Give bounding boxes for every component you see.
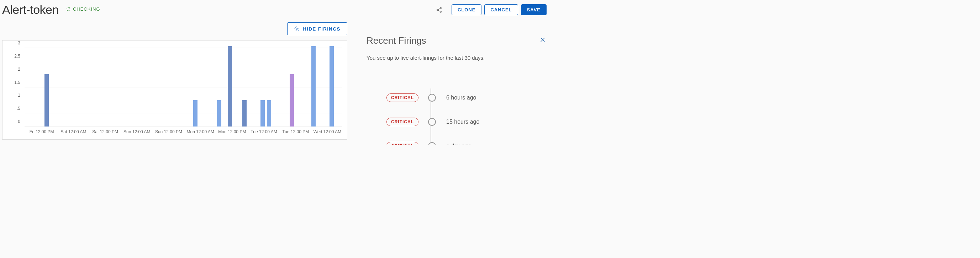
y-tick-label: 1.5 [14,80,20,85]
svg-point-2 [440,11,442,13]
chart-bar [290,74,294,127]
chart-bar [267,100,271,127]
refresh-icon [66,7,71,12]
chart-bar [261,100,265,127]
svg-line-4 [438,10,440,11]
clone-button[interactable]: CLONE [452,4,482,15]
timeline-node-icon [428,142,436,145]
x-tick-label: Mon 12:00 PM [218,129,246,135]
cancel-button[interactable]: CANCEL [484,4,518,15]
chart-bar [242,100,247,127]
x-tick-label: Tue 12:00 AM [250,129,277,135]
firing-time: a day ago [446,143,471,145]
y-tick-label: 3 [18,41,20,46]
panel-description: You see up to five alert-firings for the… [366,55,549,61]
timeline-node-icon [428,118,436,126]
save-button[interactable]: SAVE [521,4,547,15]
y-tick-label: 1 [18,93,20,98]
status-text: CHECKING [73,6,100,12]
close-icon[interactable] [539,36,546,43]
x-tick-label: Fri 12:00 PM [30,129,54,135]
severity-badge: CRITICAL [387,93,418,102]
svg-point-5 [296,28,297,30]
x-tick-label: Sat 12:00 PM [92,129,118,135]
page-title: Alert-token [2,3,59,17]
y-tick-label: 2.5 [14,54,20,59]
x-tick-label: Mon 12:00 AM [186,129,214,135]
chart-bar [217,100,221,127]
chart-bar [228,46,232,127]
chart-bar [311,46,316,127]
grid-line [25,113,342,113]
severity-badge: CRITICAL [387,142,418,145]
y-tick-label: 2 [18,67,20,72]
svg-line-3 [438,8,440,9]
grid-line [25,87,342,87]
firing-time: 6 hours ago [446,95,476,101]
firing-row: CRITICAL a day ago [387,134,549,145]
chart-bar [45,74,49,127]
x-tick-label: Sun 12:00 AM [124,129,150,135]
svg-point-1 [437,9,438,11]
panel-title: Recent Firings [366,35,549,46]
status-badge: CHECKING [66,6,100,12]
timeline-node-icon [428,94,436,101]
chart-bar [193,100,197,127]
share-icon[interactable] [436,7,442,13]
gear-icon [294,26,300,32]
grid-line [25,126,342,127]
firing-row: CRITICAL 15 hours ago [387,110,549,134]
x-tick-label: Tue 12:00 PM [282,129,309,135]
firing-time: 15 hours ago [446,119,479,125]
x-tick-label: Sat 12:00 AM [60,129,86,135]
recent-firings-panel: Recent Firings You see up to five alert-… [347,22,549,145]
y-tick-label: 0 [18,119,20,124]
grid-line [25,61,342,61]
svg-point-0 [440,7,442,8]
severity-badge: CRITICAL [387,118,418,126]
hide-firings-label: HIDE FIRINGS [303,26,340,32]
grid-line [25,47,342,48]
firings-chart: 0.511.522.53 Fri 12:00 PMSat 12:00 AMSat… [2,40,347,140]
hide-firings-button[interactable]: HIDE FIRINGS [287,22,347,35]
grid-line [25,100,342,100]
x-tick-label: Sun 12:00 PM [155,129,182,135]
x-tick-label: Wed 12:00 AM [313,129,342,135]
chart-bar [329,46,334,127]
firing-row: CRITICAL 6 hours ago [387,85,549,110]
y-tick-label: .5 [17,106,20,111]
